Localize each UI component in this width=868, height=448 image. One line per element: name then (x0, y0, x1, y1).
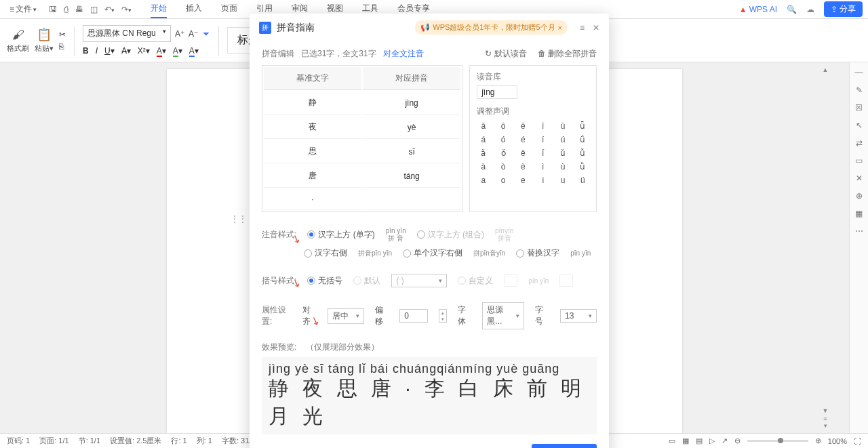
tab-page[interactable]: 页面 (221, 0, 237, 18)
tone-cell[interactable]: ó (496, 135, 509, 144)
start-button[interactable]: ━━━➤ 开始注音 (532, 444, 597, 448)
tone-cell[interactable]: ò (496, 162, 509, 171)
side-swap-icon[interactable]: ⇄ (856, 138, 863, 148)
drag-handle-icon[interactable]: ⋮⋮ (231, 214, 247, 224)
side-more-icon[interactable]: ⋯ (855, 226, 863, 236)
side-add-icon[interactable]: ⊕ (856, 191, 863, 201)
share-button[interactable]: ⇪ 分享 (824, 1, 863, 17)
zoom-slider[interactable] (747, 440, 808, 442)
tone-cell[interactable]: ǎ (477, 148, 490, 158)
bracket-combo[interactable]: ( )▾ (391, 274, 447, 287)
align-combo[interactable]: 居中▾ (328, 308, 364, 324)
tone-cell[interactable]: a (477, 176, 490, 185)
tone-cell[interactable]: ü (576, 176, 589, 185)
underline-icon[interactable]: U▾ (104, 46, 115, 56)
zoom-out-icon[interactable]: ⊖ (734, 436, 741, 445)
side-cursor-icon[interactable]: ↖ (856, 121, 863, 130)
tone-cell[interactable]: ǐ (536, 148, 549, 158)
radio-right-each[interactable]: 单个汉字右侧 (403, 247, 462, 259)
tone-cell[interactable]: ā (477, 121, 490, 131)
view-mode-5-icon[interactable]: ↗ (722, 436, 728, 445)
tone-cell[interactable]: ǘ (576, 135, 589, 144)
superscript-icon[interactable]: X²▾ (138, 46, 150, 56)
tone-cell[interactable]: ǚ (576, 148, 589, 158)
save-icon[interactable]: 🖫 (49, 5, 57, 14)
tone-cell[interactable]: ǜ (576, 162, 589, 171)
tone-cell[interactable]: ì (536, 162, 549, 171)
side-grid-icon[interactable]: ▦ (855, 209, 863, 218)
bold-icon[interactable]: B (83, 46, 89, 56)
side-tools-icon[interactable]: ✕ (856, 174, 863, 183)
size-combo[interactable]: 13▾ (560, 309, 597, 323)
tone-cell[interactable]: ǔ (556, 148, 569, 158)
font-color-icon[interactable]: A▾ (157, 46, 166, 56)
wps-ai-button[interactable]: ▲WPS AI (739, 5, 777, 14)
radio-above-group[interactable]: 汉字上方 (组合) (417, 229, 484, 241)
side-minus-icon[interactable]: — (855, 68, 863, 77)
tone-cell[interactable]: o (496, 176, 509, 185)
scroll-page-up-icon[interactable]: ≡ (822, 415, 829, 422)
tone-cell[interactable]: ú (556, 135, 569, 144)
tone-cell[interactable]: e (517, 176, 530, 185)
redo-icon[interactable]: ↷▾ (121, 5, 132, 14)
dialog-menu-icon[interactable]: ≡ (580, 23, 585, 33)
offset-spinner[interactable]: ▴▾ (439, 309, 447, 323)
view-mode-3-icon[interactable]: ▤ (696, 436, 703, 445)
search-icon[interactable]: 🔍 (787, 5, 797, 14)
print-icon[interactable]: 🖶 (75, 5, 83, 14)
radio-custom-bracket[interactable]: 自定义 (458, 275, 493, 287)
tab-home[interactable]: 开始 (151, 0, 167, 18)
tone-cell[interactable]: ǒ (496, 148, 509, 158)
tone-cell[interactable]: ō (496, 121, 509, 131)
tone-cell[interactable]: é (517, 135, 530, 144)
font-grow-icon[interactable]: A⁺ (175, 29, 184, 39)
tab-insert[interactable]: 插入 (186, 0, 202, 18)
preview-icon[interactable]: ◫ (90, 5, 98, 14)
view-mode-4-icon[interactable]: ▷ (709, 436, 715, 445)
file-menu[interactable]: ≡ 文件 ▾ (5, 2, 41, 16)
view-mode-2-icon[interactable]: ▦ (682, 436, 689, 445)
highlight-icon[interactable]: A▾ (173, 46, 182, 56)
clear-format-icon[interactable]: ⏷ (202, 29, 210, 39)
scroll-page-down-icon[interactable]: ▾ (822, 422, 829, 429)
tone-cell[interactable]: i (536, 176, 549, 185)
tone-cell[interactable]: ū (556, 121, 569, 131)
tone-cell[interactable]: á (477, 135, 490, 144)
radio-replace[interactable]: 替换汉字 (516, 247, 559, 259)
font-combo[interactable]: 思源黑...▾ (482, 302, 524, 329)
radio-default-bracket[interactable]: 默认 (353, 275, 380, 287)
side-edit-icon[interactable]: ✎ (856, 85, 863, 95)
cloud-icon[interactable]: ☁ (806, 5, 814, 14)
strike-icon[interactable]: A̶▾ (121, 46, 131, 56)
zoom-value[interactable]: 100% (828, 437, 847, 445)
scroll-down-icon[interactable]: ▼ (822, 407, 829, 414)
cut-icon[interactable]: ✂ (59, 30, 66, 39)
format-brush-icon[interactable]: 🖌 (12, 28, 24, 42)
print-preview-icon[interactable]: ⎙ (64, 5, 68, 14)
font-border-icon[interactable]: A▾ (189, 46, 199, 56)
tone-cell[interactable]: è (517, 162, 530, 171)
radio-above-single[interactable]: 汉字上方 (单字) (307, 229, 374, 241)
tone-cell[interactable]: ǖ (576, 121, 589, 131)
fullscreen-icon[interactable]: ⛶ (854, 437, 861, 445)
view-mode-1-icon[interactable]: ▭ (669, 436, 675, 445)
undo-icon[interactable]: ↶▾ (104, 5, 115, 14)
offset-input[interactable]: 0 (399, 309, 427, 323)
default-read-button[interactable]: ↻ 默认读音 (485, 48, 526, 60)
tone-cell[interactable]: ī (536, 121, 549, 131)
tone-cell[interactable]: í (536, 135, 549, 144)
tone-cell[interactable]: ù (556, 162, 569, 171)
zoom-in-icon[interactable]: ⊕ (815, 436, 821, 445)
italic-icon[interactable]: I (96, 46, 98, 56)
dialog-close-icon[interactable]: ✕ (593, 23, 599, 33)
copy-icon[interactable]: ⎘ (59, 42, 64, 52)
side-rect-icon[interactable]: ▭ (855, 156, 863, 165)
promo-banner[interactable]: 📢 WPS超级会员1年卡，限时加赠5个月 × (415, 20, 568, 35)
full-text-link[interactable]: 对全文注音 (383, 48, 424, 60)
pinyin-table[interactable]: 基准文字对应拼音 静jìng 夜yè 思sī 唐táng · (262, 65, 462, 212)
promo-close-icon[interactable]: × (558, 24, 562, 32)
radio-right[interactable]: 汉字右侧 (304, 247, 347, 259)
tone-cell[interactable]: à (477, 162, 490, 171)
font-shrink-icon[interactable]: A⁻ (189, 29, 198, 39)
tone-cell[interactable]: u (556, 176, 569, 185)
